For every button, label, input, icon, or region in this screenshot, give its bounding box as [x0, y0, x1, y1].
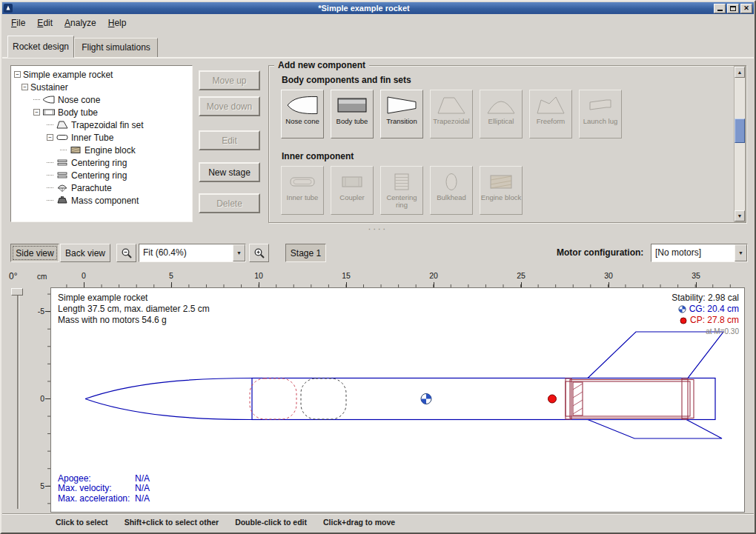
add-inner-tube-button: Inner tube — [281, 166, 324, 215]
section-body-components: Body components and fin sets — [282, 75, 411, 85]
menu-help[interactable]: Help — [102, 16, 133, 30]
tree-item-label: Mass component — [71, 196, 139, 206]
stability-info: Stability: 2.98 cal CG: 20.4 cm CP: 27.8… — [672, 293, 739, 337]
stage-1-toggle[interactable]: Stage 1 — [285, 244, 326, 262]
new-stage-button[interactable]: New stage — [199, 162, 260, 182]
tab-flight-simulations[interactable]: Flight simulations — [74, 38, 158, 58]
maximize-button[interactable] — [727, 4, 739, 13]
component-tree[interactable]: − Simple example rocket − Sustainer Nose… — [10, 65, 193, 222]
scrollbar-thumb[interactable] — [735, 119, 745, 143]
tree-item-label: Body tube — [58, 107, 98, 118]
tree-item-nose-cone[interactable]: Nose cone — [11, 93, 192, 106]
hint-drag: Click+drag to move — [323, 518, 395, 532]
horizontal-ruler: 0 5 10 15 20 25 30 35 — [50, 269, 745, 287]
tree-item-label: Trapezoidal fin set — [71, 120, 144, 130]
nose-cone-icon — [286, 94, 319, 116]
cp-marker — [548, 395, 557, 403]
tree-item-centering-ring-2[interactable]: Centering ring — [11, 169, 192, 181]
stability-value: Stability: 2.98 cal — [672, 293, 739, 304]
chevron-down-icon[interactable]: ▼ — [735, 244, 747, 261]
flight-data: Apogee:N/A Max. velocity:N/A Max. accele… — [58, 474, 150, 504]
add-bulkhead-button: Bulkhead — [430, 166, 473, 215]
zoom-in-button[interactable] — [249, 244, 269, 262]
edit-button: Edit — [199, 130, 260, 150]
component-panel-scrollbar[interactable]: ▲ ▼ — [734, 66, 746, 222]
vertical-ruler: -5 0 5 — [33, 287, 50, 513]
tab-pane-edge — [2, 57, 754, 59]
tree-item-parachute[interactable]: Parachute — [11, 181, 192, 194]
cg-marker — [421, 394, 431, 404]
tree-item-sustainer[interactable]: − Sustainer — [11, 81, 192, 93]
rocket-info: Simple example rocket Length 37.5 cm, ma… — [58, 293, 210, 326]
add-trapezoidal-fin-button: Trapezoidal — [430, 90, 473, 138]
status-bar: Click to select Shift+click to select ot… — [2, 513, 754, 532]
add-transition-button[interactable]: Transition — [380, 90, 423, 138]
scroll-down-icon[interactable]: ▼ — [735, 210, 745, 221]
elliptical-fin-icon — [485, 94, 517, 116]
tree-item-fin-set[interactable]: Trapezoidal fin set — [11, 119, 192, 131]
tree-item-mass-component[interactable]: Mass component — [11, 194, 192, 207]
lower-fin — [588, 420, 722, 439]
section-inner-components: Inner component — [282, 151, 354, 161]
zoom-select[interactable]: Fit (60.4%) ▼ — [139, 244, 246, 262]
trapezoidal-fin-icon — [435, 94, 468, 116]
ruler-unit-label: cm — [37, 273, 47, 281]
zoom-out-icon — [121, 247, 133, 259]
cg-icon — [678, 305, 686, 313]
tree-item-label: Engine block — [84, 145, 136, 156]
rocket-canvas[interactable]: Simple example rocket Length 37.5 cm, ma… — [50, 287, 745, 513]
chevron-down-icon[interactable]: ▼ — [233, 244, 245, 261]
close-button[interactable]: ✕ — [740, 4, 752, 13]
motor-configuration-label: Motor configuration: — [557, 247, 643, 258]
tree-item-engine-block[interactable]: Engine block — [11, 144, 192, 156]
menu-file[interactable]: File — [5, 16, 31, 30]
tree-item-label: Parachute — [71, 183, 112, 193]
trapezoidal-fin-icon — [56, 120, 69, 130]
zoom-out-button[interactable] — [116, 244, 136, 262]
add-nose-cone-button[interactable]: Nose cone — [281, 90, 324, 138]
hint-click-select: Click to select — [56, 518, 108, 532]
upper-fin — [588, 332, 723, 378]
tree-item-rocket[interactable]: − Simple example rocket — [11, 68, 192, 81]
side-view-button[interactable]: Side view — [10, 244, 59, 262]
motor-configuration-select[interactable]: [No motors] ▼ — [651, 244, 748, 262]
inner-tube-icon — [286, 170, 319, 193]
tree-item-centering-ring-1[interactable]: Centering ring — [11, 156, 192, 169]
window-titlebar[interactable]: *Simple example rocket ✕ — [2, 2, 754, 14]
rotation-value: 0° — [9, 271, 17, 281]
rotation-slider-handle[interactable] — [11, 288, 23, 296]
engine-block-icon — [485, 170, 517, 193]
cp-value: CP: 27.8 cm — [690, 315, 739, 326]
scroll-up-icon[interactable]: ▲ — [735, 67, 745, 78]
minimize-button[interactable] — [714, 4, 726, 13]
collapse-icon[interactable]: − — [21, 84, 28, 90]
centering-ring-icon — [56, 170, 69, 180]
add-centering-ring-button: Centering ring — [380, 166, 423, 215]
mach-note: at M=0.30 — [672, 326, 739, 337]
tree-item-body-tube[interactable]: − Body tube — [11, 106, 192, 119]
menu-analyze[interactable]: Analyze — [59, 16, 102, 30]
coupler-icon — [336, 170, 368, 193]
tree-item-label: Nose cone — [58, 95, 100, 105]
tree-item-label: Sustainer — [30, 82, 68, 93]
add-component-panel: Body components and fin sets Nose cone B… — [268, 65, 746, 223]
body-tube-icon — [42, 107, 56, 117]
app-icon[interactable] — [4, 4, 13, 13]
add-freeform-fin-button: Freeform — [529, 90, 572, 138]
tree-item-label: Simple example rocket — [23, 70, 113, 80]
collapse-icon[interactable]: − — [33, 109, 40, 116]
collapse-icon[interactable]: − — [47, 134, 53, 141]
tab-rocket-design[interactable]: Rocket design — [7, 36, 74, 58]
add-body-tube-button[interactable]: Body tube — [331, 90, 374, 138]
transition-icon — [385, 94, 418, 116]
parachute-icon — [56, 183, 69, 193]
menu-edit[interactable]: Edit — [31, 16, 59, 30]
tree-item-inner-tube[interactable]: − Inner Tube — [11, 131, 192, 144]
move-down-button: Move down — [199, 96, 260, 116]
collapse-icon[interactable]: − — [14, 71, 21, 78]
splitter-handle[interactable] — [354, 226, 402, 233]
add-coupler-button: Coupler — [331, 166, 374, 215]
back-view-button[interactable]: Back view — [60, 244, 110, 262]
centering-ring-icon — [56, 158, 69, 167]
window-title: *Simple example rocket — [14, 4, 714, 13]
